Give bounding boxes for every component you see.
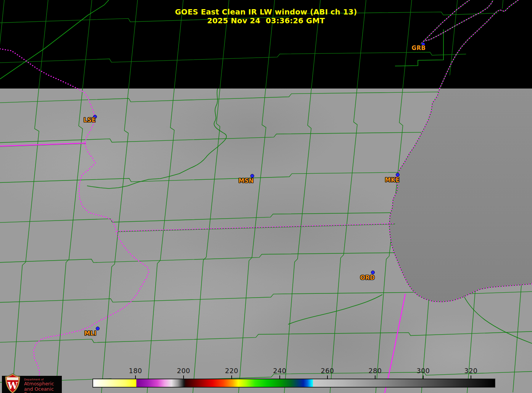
logo-name-line1: Atmospheric xyxy=(24,382,54,387)
colorbar-label-240: 240 xyxy=(273,367,287,375)
station-dot-ORD xyxy=(371,271,375,274)
colorbar-tick-240 xyxy=(279,375,280,379)
station-label-MSN: MSN xyxy=(239,177,254,184)
station-label-LSE: LSE xyxy=(84,117,96,124)
timestamp: 2025 Nov 24 03:36:26 GMT xyxy=(0,16,532,25)
logo-name-line2: and Oceanic Sciences xyxy=(24,387,62,393)
station-label-MKE: MKE xyxy=(385,177,400,184)
temperature-colorbar xyxy=(93,379,495,387)
station-label-MLI: MLI xyxy=(84,330,97,337)
colorbar-tick-280 xyxy=(375,375,376,379)
colorbar-tick-180 xyxy=(135,375,136,379)
satellite-map xyxy=(0,0,532,393)
uw-aos-logo: W Department of Atmospheric and Oceanic … xyxy=(2,376,62,393)
svg-text:W: W xyxy=(7,380,18,391)
station-label-ORD: ORD xyxy=(360,274,375,281)
colorbar-label-260: 260 xyxy=(321,367,334,375)
colorbar-tick-260 xyxy=(327,375,328,379)
colorbar-tick-320 xyxy=(471,375,471,379)
colorbar-label-320: 320 xyxy=(464,367,478,375)
colorbar-tick-220 xyxy=(231,375,232,379)
uw-crest-icon: W xyxy=(4,373,21,393)
image-title-block: GOES East Clean IR LW window (ABI ch 13)… xyxy=(0,8,532,25)
colorbar-label-280: 280 xyxy=(369,367,382,375)
colorbar-label-180: 180 xyxy=(129,367,142,375)
colorbar-tick-300 xyxy=(423,375,424,379)
colorbar-tick-200 xyxy=(183,375,184,379)
colorbar-label-200: 200 xyxy=(177,367,190,375)
colorbar-label-300: 300 xyxy=(417,367,430,375)
station-dot-MKE xyxy=(396,173,400,177)
product-title: GOES East Clean IR LW window (ABI ch 13) xyxy=(0,8,532,16)
colorbar-label-220: 220 xyxy=(225,367,239,375)
station-label-GRB: GRB xyxy=(412,45,426,52)
satellite-image-viewport: GOES East Clean IR LW window (ABI ch 13)… xyxy=(0,0,532,393)
